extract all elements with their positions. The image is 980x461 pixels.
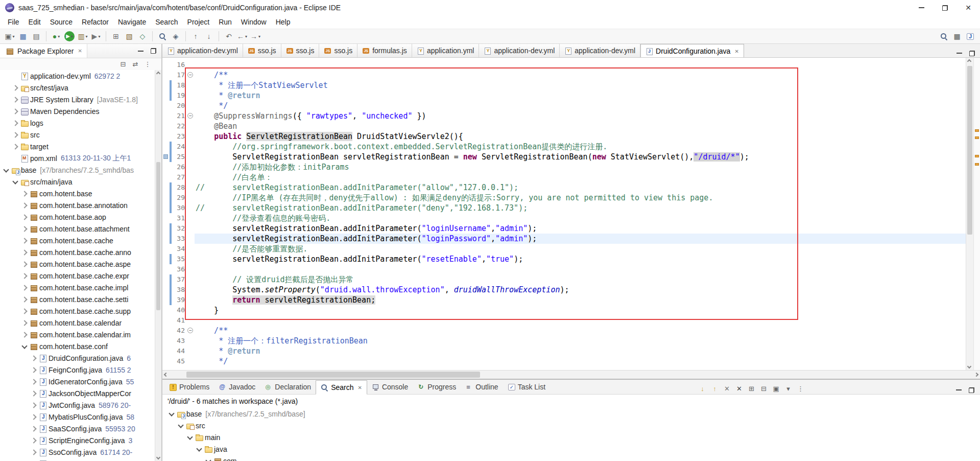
view-menu-button[interactable]: ⋮ [142,59,153,70]
annotation-ruler-cell[interactable] [162,315,170,326]
new-package-button[interactable]: ▧ [123,30,135,42]
explorer-item-row[interactable] [0,458,155,461]
annotation-ruler-cell[interactable] [162,295,170,305]
pin-view-button[interactable]: ▣ [771,383,781,394]
chevron-collapsed-icon[interactable] [20,190,29,198]
back-button[interactable]: ←▾ [236,30,248,42]
annotation-ruler-cell[interactable] [162,254,170,264]
menu-item-file[interactable]: File [3,16,24,28]
save-button[interactable]: ▦ [17,30,29,42]
annotation-ruler-cell[interactable] [162,182,170,193]
minimize-window-button[interactable] [910,0,933,15]
chevron-collapsed-icon[interactable] [11,131,19,139]
view-menu-button[interactable]: ⋮ [795,383,806,394]
scroll-down-icon[interactable] [156,455,160,459]
chevron-collapsed-icon[interactable] [20,295,29,304]
view-tab-declaration[interactable]: Declaration [260,380,316,394]
explorer-item-row[interactable]: com.hotent.base.conf [0,340,155,352]
annotation-ruler-cell[interactable] [162,274,170,285]
code-line-21[interactable]: 21 @SuppressWarnings({ "rawtypes", "unch… [162,111,966,121]
code-line-16[interactable]: 16 [162,60,966,70]
editor-tab-formulas.js[interactable]: formulas.js [357,44,412,57]
collapse-all-button[interactable]: ⊟ [118,59,128,70]
scroll-left-icon[interactable] [164,373,168,377]
explorer-item-row[interactable]: base[x7/branches/7.2.5_smhd/bas [0,164,155,176]
coverage-button[interactable]: ▥▾ [77,30,89,42]
next-annotation-button[interactable]: ↓ [203,30,215,42]
code-line-45[interactable]: 45 */ [162,356,966,366]
explorer-item-row[interactable]: com.hotent.base.cache.expr [0,270,155,282]
code-line-17[interactable]: 17 /** [162,70,966,80]
code-line-33[interactable]: 33 servletRegistrationBean.addInitParame… [162,234,966,244]
chevron-collapsed-icon[interactable] [20,331,29,339]
scrollbar-thumb[interactable] [156,162,160,310]
chevron-collapsed-icon[interactable] [30,425,38,433]
chevron-expanded-icon[interactable] [186,433,194,442]
sidebar-scrollbar[interactable] [155,70,161,461]
annotation-ruler-cell[interactable] [162,121,170,131]
editor-horizontal-scrollbar[interactable] [162,370,980,379]
code-line-34[interactable]: 34 //是否能够重置数据. [162,244,966,254]
code-line-40[interactable]: 40 } [162,305,966,315]
overview-ruler[interactable] [973,58,980,370]
annotation-ruler-cell[interactable] [162,111,170,121]
chevron-expanded-icon[interactable] [2,166,10,174]
maximize-editor-button[interactable] [968,49,976,57]
menu-item-help[interactable]: Help [271,16,295,28]
explorer-item-row[interactable]: src/test/java [0,82,155,94]
code-line-36[interactable]: 36 [162,264,966,274]
chevron-collapsed-icon[interactable] [30,378,38,386]
code-line-31[interactable]: 31 //登录查看信息的账号密码. [162,213,966,223]
close-view-icon[interactable]: ✕ [357,385,362,390]
code-line-41[interactable]: 41 [162,315,966,326]
chevron-collapsed-icon[interactable] [20,225,29,233]
new-wizard-button[interactable]: ▣▾ [4,30,16,42]
chevron-expanded-icon[interactable] [204,457,212,461]
editor-tab-sso.js[interactable]: sso.js [281,44,320,57]
close-view-icon[interactable]: ✕ [78,48,82,54]
chevron-collapsed-icon[interactable] [20,272,29,280]
annotation-ruler-cell[interactable] [162,305,170,315]
view-tab-outline[interactable]: Outline [461,380,503,394]
open-perspective-button[interactable]: ▦ [951,30,963,42]
code-line-44[interactable]: 44 * @return [162,346,966,356]
code-line-32[interactable]: 32 servletRegistrationBean.addInitParame… [162,223,966,234]
editor-tab-sso.js[interactable]: sso.js [319,44,357,57]
menu-item-refactor[interactable]: Refactor [77,16,113,28]
chevron-collapsed-icon[interactable] [30,389,38,398]
code-line-18[interactable]: 18 * 注册一个StatViewServlet [162,80,966,90]
code-line-24[interactable]: 24 //org.springframework.boot.context.em… [162,142,966,152]
explorer-item-row[interactable]: JacksonObjectMapperCor [0,387,155,399]
previous-annotation-button[interactable]: ↑ [189,30,202,42]
explorer-item-row[interactable]: IdGeneratorConfig.java55 [0,376,155,387]
code-line-19[interactable]: 19 * @return [162,90,966,101]
scroll-up-icon[interactable] [156,72,160,76]
search-result-row[interactable]: com [162,455,980,461]
previous-match-button[interactable]: ↑ [709,383,720,394]
view-tab-javadoc[interactable]: Javadoc [214,380,260,394]
explorer-item-row[interactable]: JwtConfig.java58976 20- [0,399,155,411]
chevron-collapsed-icon[interactable] [30,401,38,409]
search-button[interactable] [938,30,950,42]
explorer-item-row[interactable]: application-dev.yml62972 2 [0,70,155,82]
annotation-ruler-cell[interactable] [162,285,170,295]
chevron-collapsed-icon[interactable] [30,366,38,374]
maximize-view-button[interactable] [149,47,157,55]
explorer-item-row[interactable]: logs [0,117,155,129]
annotation-ruler-cell[interactable] [162,152,170,162]
menu-item-window[interactable]: Window [236,16,271,28]
code-line-27[interactable]: 27 //白名单： [162,172,966,182]
view-tab-search[interactable]: Search✕ [316,380,367,395]
code-editor[interactable]: 1617 /**18 * 注册一个StatViewServlet19 * @re… [162,58,966,370]
explorer-item-row[interactable]: JRE System Library[JavaSE-1.8] [0,94,155,105]
explorer-item-row[interactable]: MybatisPlusConfig.java58 [0,411,155,423]
code-line-26[interactable]: 26 //添加初始化参数：initParams [162,162,966,172]
minimize-editor-button[interactable] [955,49,963,57]
run-button[interactable]: ▶▾ [64,31,75,41]
explorer-item-row[interactable]: com.hotent.base.cache.setti [0,293,155,305]
annotation-ruler-cell[interactable] [162,244,170,254]
explorer-item-row[interactable]: com.hotent.base.calendar [0,317,155,329]
menu-item-edit[interactable]: Edit [24,16,45,28]
view-tab-problems[interactable]: Problems [164,380,214,394]
chevron-collapsed-icon[interactable] [20,307,29,315]
